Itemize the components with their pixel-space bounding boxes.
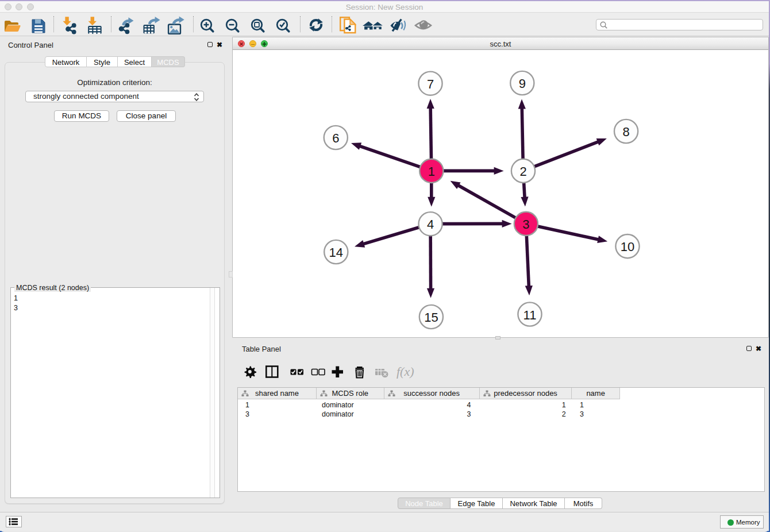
svg-text:1: 1 — [428, 164, 435, 179]
svg-text:10: 10 — [621, 240, 634, 254]
svg-text:7: 7 — [427, 77, 434, 91]
svg-text:6: 6 — [332, 131, 339, 145]
svg-text:2: 2 — [519, 164, 526, 179]
svg-text:9: 9 — [519, 76, 526, 91]
svg-text:15: 15 — [424, 310, 438, 325]
svg-text:4: 4 — [427, 217, 434, 232]
svg-text:3: 3 — [522, 217, 529, 232]
svg-text:8: 8 — [622, 125, 629, 139]
svg-text:14: 14 — [329, 245, 343, 260]
svg-text:f(x): f(x) — [396, 364, 414, 379]
svg-text:11: 11 — [523, 308, 537, 322]
